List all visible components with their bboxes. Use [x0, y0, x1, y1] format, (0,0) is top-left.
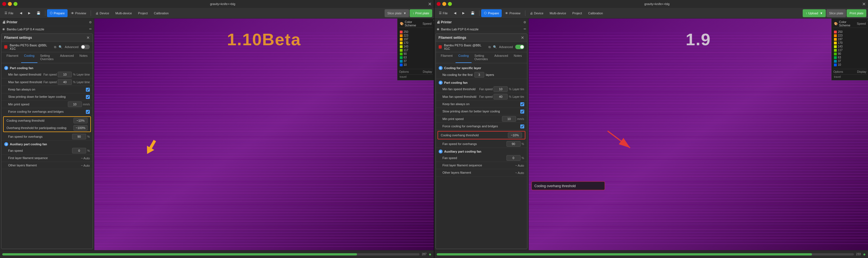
- right-close-icon[interactable]: ✕: [862, 1, 866, 7]
- prepare-btn[interactable]: ⬡ Prepare: [47, 9, 68, 17]
- svg-rect-115: [529, 131, 868, 132]
- multi-device-btn[interactable]: Multi-device: [113, 9, 135, 17]
- right-color-item: 143: [833, 45, 866, 48]
- right-undo-btn[interactable]: ◀: [451, 9, 459, 17]
- max-btn[interactable]: [13, 2, 18, 6]
- dialog-close-btn[interactable]: ✕: [87, 35, 90, 40]
- min-print-speed-input[interactable]: [68, 102, 82, 107]
- right-max-btn[interactable]: [448, 2, 452, 6]
- right-filament-dialog: Filament settings ✕ Bambu PETG Basic @BB…: [436, 33, 527, 249]
- file-icon: ☰: [4, 11, 7, 15]
- right-max-fan-input[interactable]: [494, 94, 507, 100]
- svg-rect-28: [94, 109, 434, 109]
- fan-speed-overhangs-input[interactable]: [72, 134, 86, 139]
- right-tab-setting-overrides[interactable]: Setting Overrides: [472, 52, 492, 63]
- right-cooling-overhang-input[interactable]: [508, 133, 522, 138]
- right-tab-advanced[interactable]: Advanced: [492, 52, 511, 63]
- close-icon[interactable]: ✕: [428, 1, 432, 7]
- device-btn[interactable]: 🖨 Device: [93, 9, 112, 17]
- force-cooling-control: [86, 110, 90, 114]
- right-fan-speed-overhangs-unit: %: [522, 143, 524, 146]
- right-filament-copy-icon[interactable]: ⧉: [489, 45, 491, 49]
- right-device-btn[interactable]: 🖨 Device: [527, 9, 547, 17]
- force-cooling-checkbox[interactable]: [86, 110, 90, 114]
- svg-rect-100: [529, 89, 868, 89]
- svg-rect-114: [529, 128, 868, 129]
- right-fan-speed-label: Fan speed: [479, 88, 492, 91]
- right-min-print-speed-input[interactable]: [502, 116, 516, 122]
- tab-notes[interactable]: Notes: [76, 52, 90, 63]
- print-plate-btn[interactable]: ↑ Print plate: [410, 9, 432, 17]
- right-tab-filament[interactable]: Filament: [438, 52, 456, 63]
- cooling-overhang-input[interactable]: [73, 118, 88, 123]
- right-fan-speed-overhangs-input[interactable]: [506, 141, 521, 147]
- aux-fan-speed-input[interactable]: [72, 148, 86, 153]
- prepare-icon: ⬡: [50, 11, 53, 15]
- min-btn[interactable]: [8, 2, 12, 6]
- model-svg: [94, 19, 434, 250]
- max-fan-input[interactable]: [58, 79, 72, 85]
- slice-plate-btn[interactable]: Slice plate ▼: [384, 9, 409, 17]
- right-slow-printing-checkbox[interactable]: [520, 110, 524, 114]
- project-btn[interactable]: Project: [135, 9, 150, 17]
- keep-fan-checkbox[interactable]: [86, 88, 90, 91]
- aux-cooling-label: Auxiliary part cooling fan: [10, 143, 47, 146]
- right-close-btn[interactable]: [437, 2, 441, 6]
- right-tab-cooling[interactable]: Cooling: [456, 52, 472, 63]
- slow-printing-label: Slow printing down for better layer cool…: [8, 95, 86, 99]
- right-slice-plate-btn[interactable]: Slice plate: [826, 9, 846, 17]
- tab-advanced[interactable]: Advanced: [57, 52, 76, 63]
- right-redo-btn[interactable]: ▶: [460, 9, 467, 17]
- advanced-toggle[interactable]: [81, 45, 90, 49]
- file-menu[interactable]: ☰ File: [2, 9, 16, 17]
- right-print-plate-btn[interactable]: Print plate: [846, 9, 866, 17]
- dropdown-icon[interactable]: ▼: [403, 11, 407, 15]
- right-prepare-btn[interactable]: ⬡ Prepare: [481, 9, 502, 17]
- right-calibration-btn[interactable]: Calibration: [585, 9, 606, 17]
- right-save-btn[interactable]: 💾: [468, 9, 477, 17]
- right-advanced-toggle[interactable]: [515, 45, 524, 49]
- search-icon[interactable]: 🔍: [59, 45, 62, 49]
- right-dialog-close-btn[interactable]: ✕: [521, 35, 524, 40]
- slow-printing-checkbox[interactable]: [86, 95, 90, 99]
- right-tab-notes[interactable]: Notes: [511, 52, 525, 63]
- calibration-btn[interactable]: Calibration: [151, 9, 172, 17]
- overhang-threshold-input[interactable]: [73, 125, 88, 131]
- left-play-btn[interactable]: ●: [429, 252, 432, 257]
- right-aux-fan-speed-input[interactable]: [506, 155, 521, 161]
- preview-btn[interactable]: 👁 Preview: [68, 9, 89, 17]
- filament-copy-icon[interactable]: ⧉: [54, 45, 56, 49]
- right-upload-btn[interactable]: ↑ Upload ▼: [803, 9, 826, 17]
- right-edit-icon[interactable]: ✏: [524, 27, 526, 31]
- filament-info: Bambu PETG Basic @BBL X1C ⧉ 🔍 Advanced: [1, 42, 93, 52]
- edit-icon[interactable]: ✏: [89, 27, 92, 31]
- right-keep-fan-checkbox[interactable]: [520, 102, 524, 106]
- no-cooling-input[interactable]: [474, 72, 484, 78]
- right-multi-device-btn[interactable]: Multi-device: [547, 9, 569, 17]
- right-preview-btn[interactable]: 👁 Preview: [502, 9, 523, 17]
- undo-btn[interactable]: ◀: [17, 9, 25, 17]
- right-project-btn[interactable]: Project: [569, 9, 585, 17]
- right-nozzle-icon: ◉: [437, 27, 439, 31]
- save-btn[interactable]: 💾: [34, 9, 43, 17]
- close-btn[interactable]: [2, 2, 6, 6]
- right-fan-speed-label2: Fan speed: [479, 95, 492, 98]
- right-printer-settings-icon[interactable]: ⚙: [523, 21, 526, 24]
- right-play-btn[interactable]: ●: [863, 252, 866, 257]
- printer-settings-icon[interactable]: ⚙: [89, 21, 92, 24]
- min-fan-input[interactable]: [58, 72, 72, 77]
- tab-setting-overrides[interactable]: Setting Overrides: [37, 52, 57, 63]
- right-dropdown-icon[interactable]: ▼: [820, 11, 823, 15]
- right-color-swatch: [834, 56, 837, 59]
- right-min-fan-input[interactable]: [494, 86, 507, 92]
- right-search-icon[interactable]: 🔍: [493, 45, 497, 49]
- tab-cooling[interactable]: Cooling: [21, 52, 37, 63]
- right-printer-icon: 🖨: [437, 20, 441, 24]
- min-print-speed-label: Min print speed: [8, 102, 68, 106]
- right-min-btn[interactable]: [442, 2, 446, 6]
- right-color-swatch: [834, 49, 837, 52]
- right-force-cooling-checkbox[interactable]: [520, 124, 524, 128]
- right-file-menu[interactable]: ☰ File: [436, 9, 451, 17]
- redo-btn[interactable]: ▶: [25, 9, 33, 17]
- tab-filament[interactable]: Filament: [4, 52, 21, 63]
